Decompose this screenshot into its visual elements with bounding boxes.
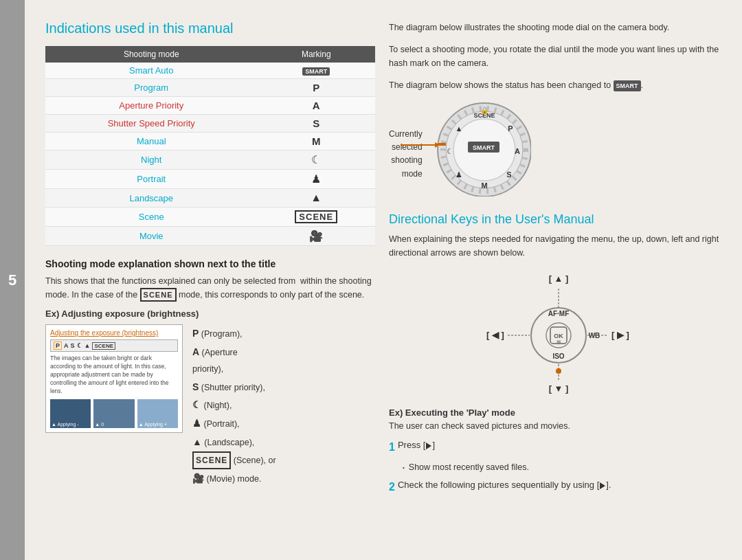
ex2-title: Ex) Executing the 'Play' mode <box>389 407 728 418</box>
screenshot-bar: P A S ☾ ▲ SCENE <box>50 339 178 352</box>
step-2: 2 Check the following pictures sequentia… <box>389 478 728 496</box>
smart-inline-badge: SMART <box>614 80 641 91</box>
ex2-desc: The user can check saved pictures and mo… <box>389 421 728 431</box>
dpad-area: [ ▲ ] [ ◀ ] [ ▶ ] [ ▼ ] AF·MF WB ISO OK <box>389 269 728 396</box>
step-1-num: 1 <box>389 438 395 456</box>
svg-text:▦: ▦ <box>556 339 561 344</box>
ex-screenshot: Adjusting the exposure (brightness) P A … <box>45 324 183 432</box>
ex-list-moon: ☾ (Night), <box>192 396 276 414</box>
subtitle: Shooting mode explanation shown next to … <box>45 258 375 269</box>
ex-photos: ▲ Applying - ▲ 0 ▲ Applying + <box>50 399 178 428</box>
svg-text:🔒: 🔒 <box>480 106 489 115</box>
dpad-svg: [ ▲ ] [ ◀ ] [ ▶ ] [ ▼ ] AF·MF WB ISO OK <box>483 269 634 396</box>
dir-desc: When explaining the steps needed for nav… <box>389 232 728 260</box>
bar-scene: SCENE <box>92 342 115 350</box>
bar-a: A <box>64 342 69 349</box>
table-mode-1: Program <box>45 79 258 97</box>
table-marking-9: 🎥 <box>258 227 375 246</box>
bar-s: S <box>71 342 75 349</box>
description-text: This shows that the functions explained … <box>45 275 375 302</box>
screenshot-body: The images can be taken bright or dark a… <box>50 355 178 395</box>
photo-label-3: ▲ Applying + <box>139 422 167 427</box>
dial-area: Currentlyselectedshootingmode <box>389 100 728 199</box>
svg-text:M: M <box>481 181 487 190</box>
table-mode-3: Shutter Speed Priority <box>45 115 258 133</box>
ex-list-portrait: ♟ (Portrait), <box>192 414 276 433</box>
table-mode-9: Movie <box>45 227 258 246</box>
numbered-list: 1 Press [] • Show most recently saved fi… <box>389 438 728 497</box>
svg-text:ISO: ISO <box>552 352 564 360</box>
right-column: The diagram below illustrates the shooti… <box>389 21 728 546</box>
svg-text:[ ▼ ]: [ ▼ ] <box>549 383 569 394</box>
table-marking-2: A <box>258 97 375 115</box>
section-title: Indications used in this manual <box>45 21 375 36</box>
svg-rect-16 <box>438 143 446 146</box>
table-col2-header: Marking <box>258 46 375 63</box>
step-2-text: Check the following pictures sequentiall… <box>398 478 611 493</box>
photo-label-1: ▲ Applying - <box>52 422 79 427</box>
svg-text:☾: ☾ <box>447 147 453 155</box>
table-mode-6: Portrait <box>45 170 258 189</box>
photo-dark: ▲ Applying - <box>50 399 91 428</box>
table-mode-7: Landscape <box>45 189 258 208</box>
table-marking-0: SMART <box>258 63 375 79</box>
dial-arrow-svg <box>397 100 438 197</box>
ex-box: Adjusting the exposure (brightness) P A … <box>45 324 375 488</box>
table-marking-5: ☾ <box>258 150 375 170</box>
ex-mode-list: P (Program), A (Aperturepriority), S (Sh… <box>192 324 276 488</box>
svg-text:AF·MF: AF·MF <box>548 310 570 317</box>
ex-list-p: P (Program), <box>192 324 276 343</box>
dial-graphic-container: SCENE P A S M ♟ ☾ ▲ SMART 🔒 <box>435 100 531 199</box>
svg-text:▲: ▲ <box>455 124 462 133</box>
photo-mid: ▲ 0 <box>93 399 134 428</box>
svg-text:P: P <box>508 124 513 133</box>
page-number-tab: 5 <box>0 0 25 560</box>
svg-text:S: S <box>506 170 511 179</box>
dial-svg: SCENE P A S M ♟ ☾ ▲ SMART 🔒 <box>435 100 531 197</box>
table-mode-4: Manual <box>45 133 258 150</box>
ex-list-movie: 🎥 (Movie) mode. <box>192 469 276 488</box>
svg-text:OK: OK <box>554 333 563 339</box>
dir-title: Directional Keys in the User's Manual <box>389 212 728 227</box>
table-mode-0: Smart Auto <box>45 63 258 79</box>
page-number: 5 <box>8 271 16 289</box>
svg-text:[ ▶ ]: [ ▶ ] <box>611 330 629 340</box>
svg-text:[ ◀ ]: [ ◀ ] <box>486 330 504 340</box>
intro-text-2: To select a shooting mode, you rotate th… <box>389 43 728 70</box>
left-column: Indications used in this manual Shooting… <box>45 21 375 546</box>
svg-text:[ ▲ ]: [ ▲ ] <box>549 273 569 284</box>
step-1: 1 Press [] <box>389 438 728 456</box>
ex-section-title: Ex) Adjusting exposure (brightness) <box>45 309 375 319</box>
table-marking-8: SCENE <box>258 208 375 227</box>
table-marking-1: P <box>258 79 375 97</box>
main-content: Indications used in this manual Shooting… <box>25 0 742 560</box>
table-mode-5: Night <box>45 150 258 170</box>
table-col1-header: Shooting mode <box>45 46 258 63</box>
svg-text:A: A <box>515 147 520 155</box>
intro-text-1: The diagram below illustrates the shooti… <box>389 21 728 34</box>
screenshot-title: Adjusting the exposure (brightness) <box>50 329 178 337</box>
ex-list-a: A (Aperturepriority), <box>192 343 276 378</box>
ex-list-mountain: ▲ (Landscape), <box>192 433 276 451</box>
bullet-text: Show most recently saved files. <box>409 460 529 475</box>
table-mode-8: Scene <box>45 208 258 227</box>
ex-list-s: S (Shutter priority), <box>192 378 276 396</box>
svg-text:♟: ♟ <box>456 170 462 179</box>
ex-list-scene: SCENE (Scene), or <box>192 451 276 470</box>
svg-text:SMART: SMART <box>473 144 495 151</box>
bar-mountain: ▲ <box>85 342 91 349</box>
bar-moon: ☾ <box>77 342 82 349</box>
table-marking-4: M <box>258 133 375 150</box>
bullet-1: • Show most recently saved files. <box>403 460 728 475</box>
table-mode-2: Aperture Priority <box>45 97 258 115</box>
intro-text-3: The diagram below shows the status has b… <box>389 78 728 92</box>
table-marking-7: ▲ <box>258 189 375 208</box>
table-marking-3: S <box>258 115 375 133</box>
step-2-num: 2 <box>389 478 395 496</box>
bar-p: P <box>54 341 62 350</box>
bullet-dot: • <box>403 463 405 473</box>
step-1-text: Press [] <box>398 438 435 453</box>
photo-light: ▲ Applying + <box>137 399 178 428</box>
shooting-mode-table: Shooting mode Marking Smart AutoSMARTPro… <box>45 46 375 246</box>
photo-label-2: ▲ 0 <box>95 422 104 427</box>
